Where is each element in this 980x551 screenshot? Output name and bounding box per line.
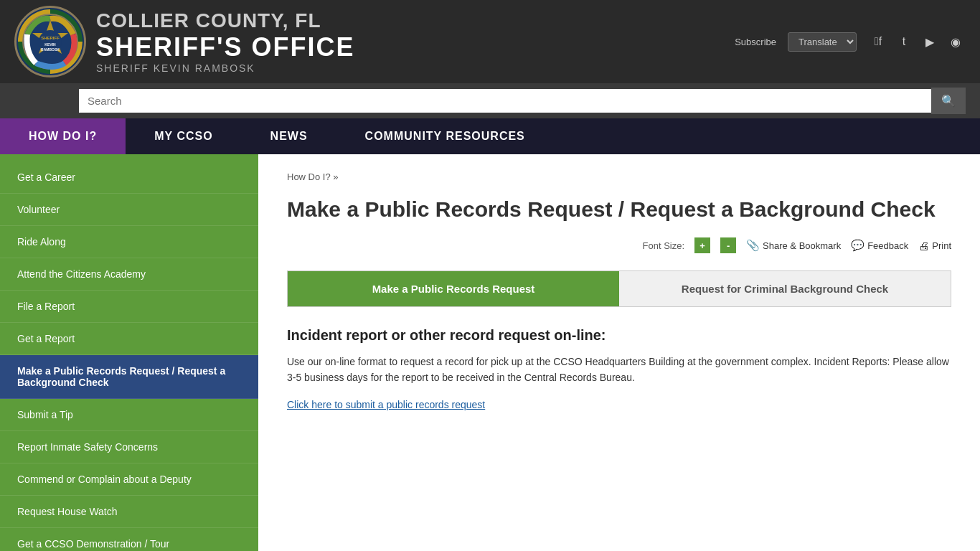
tab-background-check[interactable]: Request for Criminal Background Check <box>619 271 951 306</box>
sidebar-item-citizens-academy[interactable]: Attend the Citizens Academy <box>0 258 258 291</box>
sidebar-item-file-report[interactable]: File a Report <box>0 291 258 323</box>
nav-my-ccso[interactable]: MY CCSO <box>126 118 241 154</box>
section-body: Use our on-line format to request a reco… <box>287 354 951 386</box>
main-nav: HOW DO I? MY CCSO NEWS COMMUNITY RESOURC… <box>0 118 980 154</box>
header-text: COLLIER COUNTY, FL SHERIFF'S OFFICE SHER… <box>96 9 355 74</box>
tabs: Make a Public Records Request Request fo… <box>287 270 951 307</box>
county-name: COLLIER COUNTY, FL <box>96 9 355 32</box>
share-bookmark-label: Share & Bookmark <box>763 240 841 251</box>
nav-community-resources[interactable]: COMMUNITY RESOURCES <box>336 118 554 154</box>
sidebar-item-get-report[interactable]: Get a Report <box>0 323 258 355</box>
feedback-link[interactable]: 💬 Feedback <box>851 239 908 252</box>
page-title: Make a Public Records Request / Request … <box>287 195 951 223</box>
svg-text:RAMBOSK: RAMBOSK <box>41 47 60 52</box>
instagram-icon[interactable]: ◉ <box>946 32 966 52</box>
print-link[interactable]: 🖨 Print <box>918 240 951 252</box>
social-icons: f t ▶ ◉ <box>868 32 966 52</box>
submit-records-request-link[interactable]: Click here to submit a public records re… <box>287 399 485 410</box>
font-decrease-button[interactable]: - <box>720 237 736 253</box>
sidebar-item-inmate-safety[interactable]: Report Inmate Safety Concerns <box>0 431 258 463</box>
logo-area: SHERIFF KEVIN RAMBOSK COLLIER COUNTY, FL… <box>14 6 355 77</box>
svg-text:SHERIFF: SHERIFF <box>41 36 60 40</box>
sidebar-item-public-records[interactable]: Make a Public Records Request / Request … <box>0 355 258 399</box>
section-title: Incident report or other record request … <box>287 327 951 344</box>
twitter-icon[interactable]: t <box>894 32 914 52</box>
font-increase-button[interactable]: + <box>694 237 710 253</box>
feedback-label: Feedback <box>867 240 908 251</box>
feedback-icon: 💬 <box>851 239 864 252</box>
sidebar-item-career[interactable]: Get a Career <box>0 161 258 194</box>
font-size-label: Font Size: <box>643 240 685 251</box>
sidebar-item-volunteer[interactable]: Volunteer <box>0 194 258 226</box>
header-right: Subscribe Translate f t ▶ ◉ <box>735 32 966 52</box>
youtube-icon[interactable]: ▶ <box>920 32 940 52</box>
sidebar-item-commend-complain[interactable]: Commend or Complain about a Deputy <box>0 463 258 496</box>
sidebar-item-ride-along[interactable]: Ride Along <box>0 226 258 258</box>
facebook-icon[interactable]: f <box>868 32 888 52</box>
sidebar: Get a Career Volunteer Ride Along Attend… <box>0 154 258 551</box>
tab-public-records[interactable]: Make a Public Records Request <box>288 271 619 306</box>
logo-inner: SHERIFF KEVIN RAMBOSK <box>18 9 83 74</box>
share-bookmark-link[interactable]: 📎 Share & Bookmark <box>746 239 841 252</box>
sheriff-name: SHERIFF KEVIN RAMBOSK <box>96 62 355 74</box>
search-bar: 🔍 <box>0 83 980 118</box>
sheriff-logo: SHERIFF KEVIN RAMBOSK <box>14 6 86 77</box>
office-name: SHERIFF'S OFFICE <box>96 32 355 62</box>
search-button[interactable]: 🔍 <box>931 88 966 114</box>
breadcrumb-separator: » <box>333 171 338 182</box>
translate-select[interactable]: Translate <box>788 32 857 52</box>
sidebar-item-demonstration[interactable]: Get a CCSO Demonstration / Tour <box>0 528 258 551</box>
svg-text:KEVIN: KEVIN <box>44 42 56 47</box>
breadcrumb: How Do I? » <box>287 171 951 182</box>
header: SHERIFF KEVIN RAMBOSK COLLIER COUNTY, FL… <box>0 0 980 83</box>
breadcrumb-link[interactable]: How Do I? <box>287 171 331 182</box>
search-input[interactable] <box>79 89 931 113</box>
toolbar: Font Size: + - 📎 Share & Bookmark 💬 Feed… <box>287 237 951 253</box>
main-content: How Do I? » Make a Public Records Reques… <box>258 154 980 551</box>
print-icon: 🖨 <box>918 240 929 252</box>
nav-how-do-i[interactable]: HOW DO I? <box>0 118 126 154</box>
sidebar-item-submit-tip[interactable]: Submit a Tip <box>0 399 258 431</box>
sidebar-item-house-watch[interactable]: Request House Watch <box>0 496 258 528</box>
nav-news[interactable]: NEWS <box>242 118 336 154</box>
print-label: Print <box>932 240 951 251</box>
content-wrapper: Get a Career Volunteer Ride Along Attend… <box>0 154 980 551</box>
share-icon: 📎 <box>746 239 760 252</box>
subscribe-link[interactable]: Subscribe <box>735 37 776 47</box>
